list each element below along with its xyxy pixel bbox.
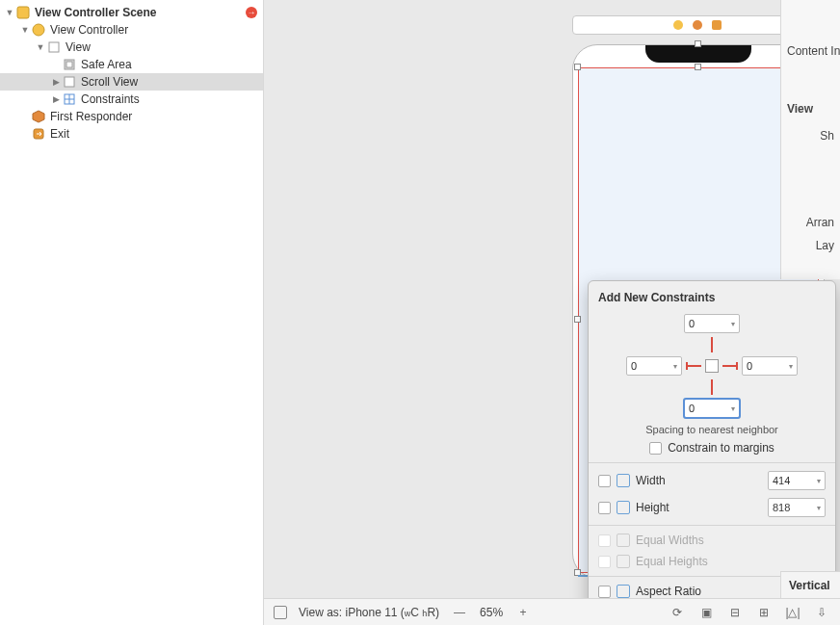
svg-rect-4 [66,62,72,67]
dropdown-icon[interactable]: ▾ [789,362,793,371]
item-label: View [66,40,257,54]
svg-rect-2 [49,42,59,52]
item-label: First Responder [50,110,257,123]
pin-strut-icon[interactable] [711,379,713,395]
height-checkbox[interactable] [598,502,611,514]
item-label: Safe Area [81,58,257,71]
storyboard-icon [15,5,31,20]
bottom-spacing-field[interactable]: 0▾ [684,399,740,418]
add-constraints-popover[interactable]: Add New Constraints 0▾ 0▾ 0▾ 0▾ Spacing … [588,280,836,598]
inspector-panel[interactable]: Content Ins View Sh Arran Lay [780,0,840,279]
width-field[interactable]: 414▾ [768,471,826,490]
svg-point-1 [33,24,44,36]
inspector-footer: Vertical [780,571,840,598]
vc-icon[interactable] [673,20,683,30]
height-label: Height [636,501,669,514]
item-icon [62,91,77,107]
svg-rect-5 [65,77,74,87]
equal-widths-label: Equal Widths [636,534,704,547]
outline-item[interactable]: ▼View [0,39,263,56]
outline-item[interactable]: ▶Scroll View [0,73,263,91]
outline-item[interactable]: Exit [0,125,263,143]
popover-note: Spacing to nearest neighbor [598,424,826,435]
pin-strut-icon[interactable] [722,365,738,367]
align-icon[interactable]: ⊟ [726,606,744,619]
update-frames-icon[interactable]: ⟳ [669,606,686,619]
disclosure-icon[interactable]: ▶ [50,94,62,104]
pin-strut-icon[interactable] [686,365,701,367]
height-field[interactable]: 818▾ [768,498,826,517]
dropdown-icon[interactable]: ▾ [673,362,677,371]
pin-icon[interactable]: ⊞ [755,606,773,619]
embed-icon[interactable]: ▣ [697,606,715,619]
width-icon [617,474,630,487]
equal-heights-icon [617,555,630,568]
svg-rect-0 [17,7,29,18]
outline-item[interactable]: First Responder [0,108,263,125]
width-checkbox[interactable] [598,475,611,487]
item-label: Constraints [81,92,257,106]
item-icon [62,74,77,90]
pin-strut-icon[interactable] [711,337,713,352]
aspect-icon [617,585,630,598]
equal-widths-icon [617,534,630,547]
inspector-label: Sh [787,129,834,143]
item-icon [31,22,46,38]
pin-center-icon [705,359,719,373]
resize-handle[interactable] [574,64,581,70]
outline-item[interactable]: Safe Area [0,56,263,73]
outline-item[interactable]: ▼View Controller [0,21,263,39]
embed-in-icon[interactable]: ⇩ [813,606,830,619]
resolve-icon[interactable]: |△| [784,606,801,619]
top-spacing-field[interactable]: 0▾ [684,314,740,333]
dropdown-icon[interactable]: ▾ [731,404,735,413]
aspect-label: Aspect Ratio [636,585,701,598]
view-as-label[interactable]: View as: iPhone 11 (wC hR) [299,606,439,619]
document-outline[interactable]: ▼ View Controller Scene → ▼View Controll… [0,0,264,625]
device-notch [645,45,751,63]
item-label: Exit [50,127,257,141]
canvas-toolbar[interactable]: View as: iPhone 11 (wC hR) — 65% + ⟳ ▣ ⊟… [264,598,840,625]
equal-widths-checkbox [598,534,611,547]
item-icon [31,126,46,142]
exit-icon[interactable] [712,20,722,30]
resize-handle[interactable] [695,40,701,47]
item-icon [46,39,62,55]
width-label: Width [636,474,666,487]
item-label: View Controller [50,23,257,37]
equal-heights-checkbox [598,556,611,568]
zoom-out-button[interactable]: — [451,606,468,619]
margins-label: Constrain to margins [668,441,774,455]
dropdown-icon[interactable]: ▾ [817,504,821,512]
item-label: Scroll View [81,75,257,89]
resize-handle[interactable] [574,316,581,323]
aspect-checkbox[interactable] [598,586,611,598]
canvas-area[interactable]: UIScrollView Content Ins View Sh Arran L… [264,0,840,625]
disclosure-icon[interactable]: ▼ [4,8,15,17]
equal-heights-label: Equal Heights [636,555,708,568]
inspector-label: Arran [787,216,834,229]
zoom-in-button[interactable]: + [514,606,532,619]
dropdown-icon[interactable]: ▾ [817,477,821,485]
svg-marker-9 [33,111,44,122]
toggle-outline-icon[interactable] [274,606,287,619]
height-icon [617,501,630,514]
left-spacing-field[interactable]: 0▾ [626,356,682,376]
item-icon [62,57,77,72]
scene-header[interactable]: ▼ View Controller Scene → [0,4,263,21]
outline-item[interactable]: ▶Constraints [0,91,263,108]
resize-handle[interactable] [695,64,701,70]
inspector-label: Lay [787,239,834,252]
zoom-label[interactable]: 65% [480,606,503,619]
inspector-label: Content Ins [787,44,834,58]
dropdown-icon[interactable]: ▾ [731,320,735,328]
disclosure-icon[interactable]: ▶ [50,77,62,87]
disclosure-icon[interactable]: ▼ [19,25,31,35]
item-icon [31,109,46,124]
first-responder-icon[interactable] [693,20,702,30]
disclosure-icon[interactable]: ▼ [35,42,46,52]
inspector-section: View [787,102,834,116]
right-spacing-field[interactable]: 0▾ [742,356,798,376]
margins-checkbox[interactable] [649,442,662,455]
error-badge-icon[interactable]: → [246,7,257,18]
